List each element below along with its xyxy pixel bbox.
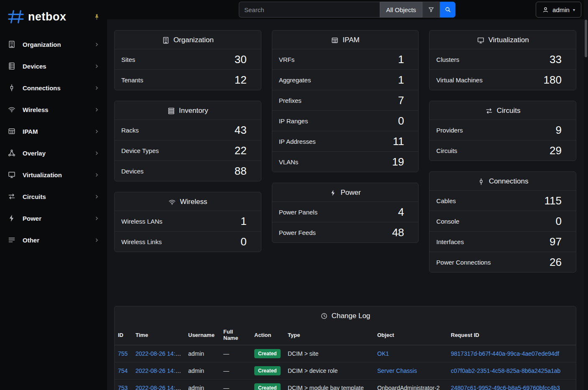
console-count[interactable]: 0: [556, 216, 562, 227]
card-title: Circuits: [497, 107, 521, 115]
power-connections-link[interactable]: Power Connections: [436, 259, 491, 266]
tenants-link[interactable]: Tenants: [121, 76, 143, 84]
ip-ranges-count[interactable]: 0: [398, 115, 404, 126]
change-time-link[interactable]: 2022-08-26 14:22: [135, 350, 182, 357]
clusters-link[interactable]: Clusters: [436, 56, 459, 63]
vrfs-count[interactable]: 1: [398, 54, 404, 65]
bolt-icon: [330, 189, 337, 196]
wireless-links-count[interactable]: 0: [240, 236, 246, 247]
card-header: Power: [272, 183, 419, 201]
vlans-count[interactable]: 19: [392, 156, 404, 167]
stat-row-device-types: Device Types 22: [115, 140, 261, 161]
sidebar-item-other[interactable]: Other: [0, 229, 107, 251]
card-header: Connections: [429, 172, 576, 190]
providers-link[interactable]: Providers: [436, 127, 463, 134]
tenants-count[interactable]: 12: [235, 74, 247, 85]
power-feeds-link[interactable]: Power Feeds: [279, 229, 316, 236]
change-object-link[interactable]: Server Chassis: [377, 367, 417, 374]
col-full-name: Full Name: [220, 325, 251, 345]
netbox-logo-icon[interactable]: [7, 9, 25, 24]
dashboard-grid: Organization Sites 30 Tenants 12 Invento…: [114, 30, 576, 273]
virtual-machines-count[interactable]: 180: [544, 74, 562, 85]
providers-count[interactable]: 9: [556, 125, 562, 135]
chevron-right-icon: [94, 107, 100, 112]
object-type-button[interactable]: All Objects: [380, 2, 422, 18]
change-username: admin: [185, 362, 220, 380]
changelog-row: 754 2022-08-26 14:17 admin — Created DCI…: [115, 362, 576, 380]
filter-icon[interactable]: [422, 2, 440, 18]
racks-link[interactable]: Racks: [121, 127, 139, 134]
prefixes-link[interactable]: Prefixes: [279, 97, 302, 104]
sidebar-item-devices[interactable]: Devices: [0, 55, 107, 77]
aggregates-link[interactable]: Aggregates: [279, 76, 311, 84]
power-panels-link[interactable]: Power Panels: [279, 209, 318, 216]
card-connections: Connections Cables 115 Console 0 Interfa…: [429, 171, 576, 273]
power-connections-count[interactable]: 26: [550, 257, 562, 268]
clusters-count[interactable]: 33: [550, 54, 562, 65]
stat-row-wireless-links: Wireless Links 0: [115, 231, 261, 252]
card-organization: Organization Sites 30 Tenants 12: [114, 30, 261, 90]
sidebar-item-connections[interactable]: Connections: [0, 77, 107, 99]
sidebar-item-circuits[interactable]: Circuits: [0, 186, 107, 207]
change-request-id-link[interactable]: c07f0ab2-2351-4c58-825a-8b6a2425a1ab: [451, 367, 560, 374]
brand-name[interactable]: netbox: [28, 10, 66, 23]
sidebar-item-virtualization[interactable]: Virtualization: [0, 164, 107, 186]
chevron-right-icon: [94, 216, 100, 221]
sidebar-item-organization[interactable]: Organization: [0, 33, 107, 55]
stat-row-power-feeds: Power Feeds 48: [272, 222, 419, 242]
aggregates-count[interactable]: 1: [398, 74, 404, 85]
action-badge: Created: [254, 349, 281, 358]
virtual-machines-link[interactable]: Virtual Machines: [436, 76, 483, 84]
sites-link[interactable]: Sites: [121, 56, 135, 63]
racks-count[interactable]: 43: [235, 125, 247, 135]
circuits-count[interactable]: 29: [550, 145, 562, 156]
card-title: Virtualization: [488, 36, 529, 44]
sites-count[interactable]: 30: [235, 54, 247, 65]
change-request-id-link[interactable]: 24807c61-9952-49c6-b8a5-69760bfcc4b3: [451, 385, 560, 390]
pin-icon[interactable]: [93, 13, 100, 20]
sidebar-item-overlay[interactable]: Overlay: [0, 142, 107, 164]
building-icon: [162, 36, 170, 44]
change-request-id-link[interactable]: 9817317d-b67f-440a-99ca-4ae07ede94df: [451, 350, 559, 357]
chevron-right-icon: [94, 237, 100, 243]
devices-count[interactable]: 88: [235, 166, 247, 176]
change-object-link[interactable]: OK1: [377, 350, 389, 357]
wireless-lans-link[interactable]: Wireless LANs: [121, 218, 162, 225]
prefixes-count[interactable]: 7: [398, 95, 404, 106]
search-input[interactable]: [239, 2, 380, 18]
wireless-lans-count[interactable]: 1: [240, 216, 246, 227]
device-types-count[interactable]: 22: [235, 145, 247, 156]
wireless-links-link[interactable]: Wireless Links: [121, 238, 162, 245]
devices-link[interactable]: Devices: [121, 168, 143, 175]
cables-count[interactable]: 115: [545, 195, 562, 206]
change-id-link[interactable]: 753: [118, 385, 128, 390]
stat-row-console: Console 0: [429, 211, 576, 231]
ip-ranges-link[interactable]: IP Ranges: [279, 117, 308, 125]
circuits-link[interactable]: Circuits: [436, 147, 457, 154]
scrollbar[interactable]: [584, 0, 588, 390]
interfaces-link[interactable]: Interfaces: [436, 238, 464, 245]
change-time-link[interactable]: 2022-08-26 14:15: [135, 385, 182, 390]
stat-row-ip-ranges: IP Ranges 0: [272, 110, 419, 131]
sidebar-item-ipam[interactable]: IPAM: [0, 120, 107, 142]
change-time-link[interactable]: 2022-08-26 14:17: [135, 367, 182, 374]
scrollbar-thumb[interactable]: [585, 20, 587, 57]
change-id-link[interactable]: 754: [118, 367, 128, 374]
device-types-link[interactable]: Device Types: [121, 147, 159, 154]
user-menu-button[interactable]: admin ▾: [536, 2, 581, 18]
col-username: Username: [185, 325, 220, 345]
vlans-link[interactable]: VLANs: [279, 158, 299, 166]
ip-addresses-count[interactable]: 11: [393, 136, 404, 147]
ip-addresses-link[interactable]: IP Addresses: [279, 138, 316, 145]
vrfs-link[interactable]: VRFs: [279, 56, 295, 63]
sidebar-item-power[interactable]: Power: [0, 207, 107, 229]
power-feeds-count[interactable]: 48: [392, 227, 404, 238]
change-id-link[interactable]: 755: [118, 350, 128, 357]
search-submit-button[interactable]: [440, 2, 455, 18]
interfaces-count[interactable]: 97: [550, 236, 562, 247]
console-link[interactable]: Console: [436, 218, 459, 225]
power-panels-count[interactable]: 4: [398, 206, 404, 217]
sidebar-item-wireless[interactable]: Wireless: [0, 99, 107, 120]
stat-row-interfaces: Interfaces 97: [429, 231, 576, 252]
cables-link[interactable]: Cables: [436, 197, 456, 204]
